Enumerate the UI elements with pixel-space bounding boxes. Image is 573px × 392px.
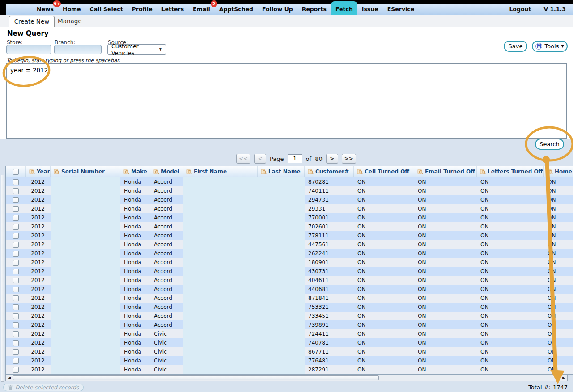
row-checkbox[interactable] [13,260,19,266]
table-row[interactable]: 2012 Honda Civic 776481 ON ON ON ON [6,356,573,365]
row-checkbox[interactable] [13,278,19,283]
row-checkbox[interactable] [13,269,19,274]
nav-item[interactable]: Email 2 [188,4,215,15]
row-checkbox[interactable] [13,197,19,203]
table-row[interactable]: 2012 Honda Accord 29331 ON ON ON ON [6,204,573,213]
column-header[interactable]: Cell Turned Off [354,166,414,177]
table-row[interactable]: 2012 Honda Accord 404611 ON ON ON ON [6,276,573,285]
row-checkbox[interactable] [13,367,19,373]
logout-link[interactable]: Logout [509,4,531,15]
query-textarea[interactable]: year = 2012 [6,63,567,139]
table-row[interactable]: 2012 Honda Accord 262241 ON ON ON ON [6,249,573,258]
select-all-checkbox[interactable] [13,169,19,175]
column-header[interactable]: Email Turned Off [414,166,477,177]
nav-item[interactable]: EService [383,4,419,15]
row-checkbox[interactable] [13,251,19,257]
nav-item[interactable]: Reports [297,4,331,15]
table-row[interactable]: 2012 Honda Accord 739891 ON ON ON ON [6,320,573,329]
table-row[interactable]: 2012 Honda Accord 294731 ON ON ON ON [6,195,573,204]
horizontal-scrollbar[interactable]: ◀ ▶ [5,375,568,381]
nav-item[interactable]: Fetch [331,1,357,15]
scrollbar-thumb[interactable] [13,375,379,380]
table-row[interactable]: 2012 Honda Accord 778111 ON ON ON ON [6,231,573,240]
page-number-input[interactable] [288,154,302,163]
cell-cell-turned-off: ON [354,195,414,204]
column-header[interactable]: Home [544,166,573,177]
row-checkbox[interactable] [13,215,19,221]
cell-year: 2012 [26,356,51,365]
row-checkbox[interactable] [13,358,19,364]
row-checkbox[interactable] [13,233,19,239]
row-checkbox-cell [6,320,26,329]
nav-item[interactable]: Letters [157,4,188,15]
row-checkbox-cell [6,338,26,347]
table-row[interactable]: 2012 Honda Civic 724411 ON ON ON ON [6,329,573,338]
column-header[interactable]: Model [150,166,183,177]
table-row[interactable]: 2012 Honda Accord 740111 ON ON ON ON [6,186,573,195]
nav-item[interactable]: Call Select [85,4,127,15]
table-row[interactable]: 2012 Honda Civic 867711 ON ON ON ON [6,347,573,356]
table-row[interactable]: 2012 Honda Accord 770001 ON ON ON ON [6,213,573,222]
row-checkbox[interactable] [13,349,19,355]
cell-cell-turned-off: ON [354,249,414,258]
nav-item[interactable]: Profile [127,4,157,15]
table-row[interactable]: 2012 Honda Accord 753321 ON ON ON ON [6,303,573,312]
table-row[interactable]: 2012 Honda Accord 440681 ON ON ON ON [6,285,573,294]
row-checkbox-cell [6,312,26,320]
tools-button[interactable]: M Tools ▼ [532,41,568,52]
table-row[interactable]: 2012 Honda Accord 871841 ON ON ON ON [6,294,573,303]
nav-item[interactable]: ApptSched [215,4,258,15]
table-row[interactable]: 2012 Honda Civic 740781 ON ON ON ON [6,338,573,347]
column-header[interactable]: Letters Turned Off [477,166,544,177]
table-row[interactable]: 2012 Honda Accord 733451 ON ON ON ON [6,312,573,320]
table-row[interactable]: 2012 Honda Accord 430731 ON ON ON ON [6,267,573,276]
table-row[interactable]: 2012 Honda Civic 287291 ON ON ON ON [6,365,573,374]
column-header[interactable]: Last Name [258,166,305,177]
tab-create-new[interactable]: Create New [9,16,55,27]
cell-serial-number-redacted [51,177,120,186]
cell-home-turned-off: ON [544,195,573,204]
row-checkbox[interactable] [13,322,19,328]
row-checkbox[interactable] [13,313,19,319]
row-checkbox[interactable] [13,224,19,230]
nav-item[interactable]: News 9+ [32,4,58,15]
prev-page-button[interactable]: < [254,154,266,164]
table-row[interactable]: 2012 Honda Accord 702601 ON ON ON ON [6,222,573,231]
cell-customer-number: 770001 [305,213,354,222]
scroll-right-arrow-icon[interactable]: ▶ [560,375,567,381]
store-input[interactable] [6,45,51,54]
source-select-value: Customer Vehicles [111,43,159,56]
search-button[interactable]: Search [535,139,564,150]
column-header[interactable]: Customer# [305,166,354,177]
table-row[interactable]: 2012 Honda Accord 180901 ON ON ON ON [6,258,573,267]
row-checkbox[interactable] [13,242,19,248]
nav-item[interactable]: Issue [357,4,383,15]
row-checkbox[interactable] [13,287,19,292]
last-page-button[interactable]: >> [342,154,356,164]
nav-item[interactable]: Follow Up [258,4,297,15]
row-checkbox[interactable] [13,331,19,337]
first-page-button[interactable]: << [236,154,250,164]
next-page-button[interactable]: > [326,154,338,164]
column-header[interactable]: Year [26,166,51,177]
tab-manage[interactable]: Manage [58,17,82,25]
row-checkbox[interactable] [13,295,19,301]
nav-item[interactable]: Home [58,4,85,15]
table-row[interactable]: 2012 Honda Accord 870281 ON ON ON ON [6,177,573,186]
delete-selected-button[interactable]: Delete selected records [3,384,84,391]
column-header[interactable]: First Name [183,166,258,177]
scroll-left-arrow-icon[interactable]: ◀ [6,375,13,381]
row-checkbox[interactable] [13,206,19,212]
column-header[interactable]: Make [120,166,150,177]
row-checkbox[interactable] [13,340,19,346]
table-row[interactable]: 2012 Honda Accord 447561 ON ON ON ON [6,240,573,249]
branch-input[interactable] [54,45,102,54]
total-count: Total #: 1747 [528,384,568,391]
row-checkbox-cell [6,258,26,267]
column-header[interactable]: Serial Number [51,166,120,177]
row-checkbox[interactable] [13,188,19,194]
save-button[interactable]: Save [504,41,527,52]
row-checkbox[interactable] [13,304,19,310]
source-select[interactable]: Customer Vehicles ▼ [107,44,166,55]
row-checkbox[interactable] [13,179,19,185]
